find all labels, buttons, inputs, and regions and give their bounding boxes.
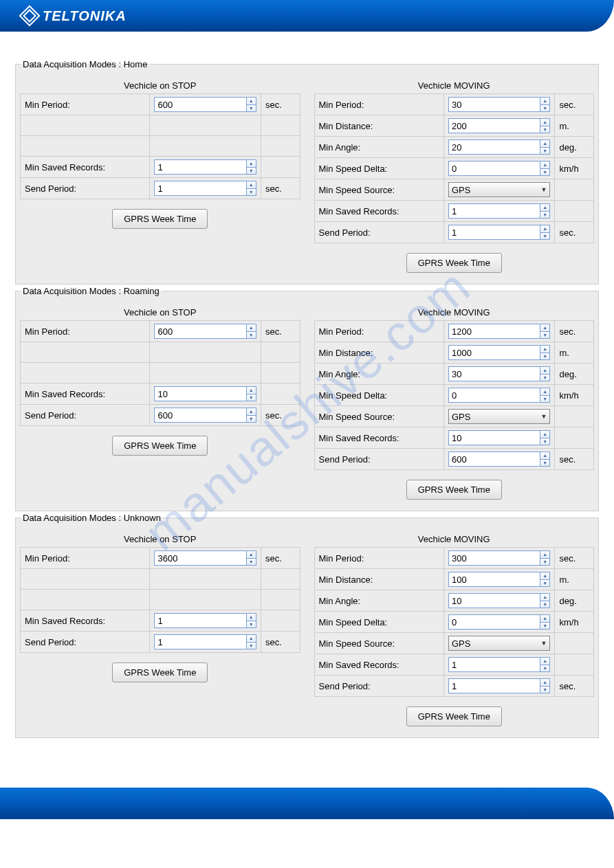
spin-up-icon[interactable]: ▲ — [540, 140, 549, 147]
spin-up-icon[interactable]: ▲ — [540, 594, 549, 601]
spin-down-icon[interactable]: ▼ — [540, 686, 549, 693]
spin-down-icon[interactable]: ▼ — [540, 438, 549, 445]
spin-up-icon[interactable]: ▲ — [540, 431, 549, 438]
spin-up-icon[interactable]: ▲ — [540, 346, 549, 353]
spin-up-icon[interactable]: ▲ — [540, 204, 549, 211]
spin-down-icon[interactable]: ▼ — [247, 621, 256, 628]
label-min-saved-records: Min Saved Records: — [314, 427, 443, 449]
spin-up-icon[interactable]: ▲ — [540, 225, 549, 232]
unknown-moving-min-angle-input[interactable]: ▲▼ — [448, 593, 551, 608]
spin-up-icon[interactable]: ▲ — [247, 98, 256, 104]
spin-up-icon[interactable]: ▲ — [247, 635, 256, 642]
home-moving-min-speed-source-select[interactable]: GPS▼ — [448, 182, 551, 197]
unknown-stop-min-period-input[interactable]: ▲▼ — [154, 550, 256, 566]
spin-down-icon[interactable]: ▼ — [540, 211, 549, 219]
home-stop-send-period-input[interactable]: ▲▼ — [154, 181, 256, 196]
label-min-saved-records: Min Saved Records: — [314, 201, 443, 222]
spin-up-icon[interactable]: ▲ — [247, 160, 256, 167]
unknown-moving-min-period-input[interactable]: ▲▼ — [448, 550, 551, 566]
spin-up-icon[interactable]: ▲ — [540, 388, 549, 395]
home-moving-send-period-input[interactable]: ▲▼ — [448, 225, 551, 240]
unit-sec: sec. — [261, 178, 300, 199]
spin-up-icon[interactable]: ▲ — [540, 572, 549, 579]
spin-up-icon[interactable]: ▲ — [247, 614, 256, 621]
label-min-speed-source: Min Speed Source: — [314, 179, 443, 201]
roaming-moving-min-speed-source-select[interactable]: GPS▼ — [448, 409, 551, 424]
spin-up-icon[interactable]: ▲ — [247, 387, 256, 394]
spin-down-icon[interactable]: ▼ — [540, 374, 549, 381]
spin-down-icon[interactable]: ▼ — [540, 622, 549, 630]
home-moving-min-speed-delta-input[interactable]: ▲▼ — [448, 161, 551, 176]
roaming-stop-gprs-button[interactable]: GPRS Week Time — [112, 436, 208, 456]
spin-up-icon[interactable]: ▲ — [247, 181, 256, 188]
spin-down-icon[interactable]: ▼ — [540, 147, 549, 155]
spin-down-icon[interactable]: ▼ — [540, 126, 549, 133]
roaming-stop-send-period-input[interactable]: ▲▼ — [154, 408, 256, 423]
unknown-moving-min-saved-records-input[interactable]: ▲▼ — [448, 657, 551, 672]
roaming-moving-min-angle-input[interactable]: ▲▼ — [448, 366, 551, 381]
spin-down-icon[interactable]: ▼ — [540, 665, 549, 672]
unknown-moving-min-speed-delta-input[interactable]: ▲▼ — [448, 614, 551, 630]
spin-down-icon[interactable]: ▼ — [540, 459, 549, 467]
spin-up-icon[interactable]: ▲ — [247, 324, 256, 331]
roaming-stop-min-saved-records-input[interactable]: ▲▼ — [154, 386, 256, 401]
label-send-period: Send Period: — [21, 178, 150, 199]
spin-down-icon[interactable]: ▼ — [247, 642, 256, 649]
roaming-moving-min-period-input[interactable]: ▲▼ — [448, 324, 551, 339]
roaming-stop-min-period-input[interactable]: ▲▼ — [154, 324, 256, 339]
spin-up-icon[interactable]: ▲ — [540, 98, 549, 104]
spin-down-icon[interactable]: ▼ — [540, 168, 549, 176]
spin-down-icon[interactable]: ▼ — [540, 601, 549, 608]
spin-down-icon[interactable]: ▼ — [540, 353, 549, 360]
spin-up-icon[interactable]: ▲ — [540, 679, 549, 686]
spin-up-icon[interactable]: ▲ — [540, 162, 549, 168]
spin-down-icon[interactable]: ▼ — [247, 188, 256, 196]
spin-up-icon[interactable]: ▲ — [540, 452, 549, 459]
roaming-moving-send-period-input[interactable]: ▲▼ — [448, 452, 551, 467]
roaming-moving-gprs-button[interactable]: GPRS Week Time — [406, 480, 502, 500]
spin-down-icon[interactable]: ▼ — [247, 394, 256, 401]
spin-down-icon[interactable]: ▼ — [540, 331, 549, 339]
spin-down-icon[interactable]: ▼ — [247, 167, 256, 175]
spin-down-icon[interactable]: ▼ — [540, 104, 549, 112]
unknown-moving-send-period-input[interactable]: ▲▼ — [448, 678, 551, 693]
spin-up-icon[interactable]: ▲ — [540, 658, 549, 665]
roaming-moving-min-saved-records-input[interactable]: ▲▼ — [448, 430, 551, 445]
unknown-stop-gprs-button[interactable]: GPRS Week Time — [112, 663, 208, 682]
label-min-distance: Min Distance: — [314, 569, 443, 590]
home-stop-min-period-input[interactable]: ▲▼ — [154, 97, 256, 112]
home-moving-gprs-button[interactable]: GPRS Week Time — [406, 253, 502, 273]
spin-down-icon[interactable]: ▼ — [540, 232, 549, 240]
home-moving-col: Vechicle MOVING Min Period: ▲▼ sec. Min … — [314, 80, 595, 273]
unknown-moving-gprs-button[interactable]: GPRS Week Time — [406, 706, 502, 726]
home-moving-min-distance-input[interactable]: ▲▼ — [448, 118, 551, 133]
spin-up-icon[interactable]: ▲ — [540, 324, 549, 331]
spin-down-icon[interactable]: ▼ — [540, 395, 549, 403]
home-stop-gprs-button[interactable]: GPRS Week Time — [112, 209, 208, 229]
spin-up-icon[interactable]: ▲ — [540, 551, 549, 558]
spin-down-icon[interactable]: ▼ — [540, 579, 549, 587]
spin-up-icon[interactable]: ▲ — [540, 615, 549, 622]
unknown-moving-min-speed-source-select[interactable]: GPS▼ — [448, 636, 551, 651]
unit-sec: sec. — [261, 548, 300, 569]
unknown-stop-send-period-input[interactable]: ▲▼ — [154, 634, 256, 649]
roaming-moving-min-distance-input[interactable]: ▲▼ — [448, 345, 551, 360]
unit-kmh: km/h — [555, 385, 594, 406]
spin-up-icon[interactable]: ▲ — [540, 119, 549, 126]
home-moving-min-period-input[interactable]: ▲▼ — [448, 97, 551, 112]
spin-down-icon[interactable]: ▼ — [247, 331, 256, 339]
home-moving-min-saved-records-input[interactable]: ▲▼ — [448, 203, 551, 219]
spin-down-icon[interactable]: ▼ — [247, 104, 256, 112]
spin-down-icon[interactable]: ▼ — [247, 558, 256, 566]
home-stop-min-saved-records-input[interactable]: ▲▼ — [154, 159, 256, 175]
home-moving-min-angle-input[interactable]: ▲▼ — [448, 140, 551, 155]
spin-down-icon[interactable]: ▼ — [540, 558, 549, 566]
unknown-moving-min-distance-input[interactable]: ▲▼ — [448, 572, 551, 587]
roaming-moving-min-speed-delta-input[interactable]: ▲▼ — [448, 388, 551, 403]
spin-up-icon[interactable]: ▲ — [247, 408, 256, 415]
spin-down-icon[interactable]: ▼ — [247, 415, 256, 423]
unknown-stop-min-saved-records-input[interactable]: ▲▼ — [154, 613, 256, 628]
spin-up-icon[interactable]: ▲ — [247, 551, 256, 558]
spin-up-icon[interactable]: ▲ — [540, 367, 549, 374]
label-min-distance: Min Distance: — [314, 342, 443, 364]
